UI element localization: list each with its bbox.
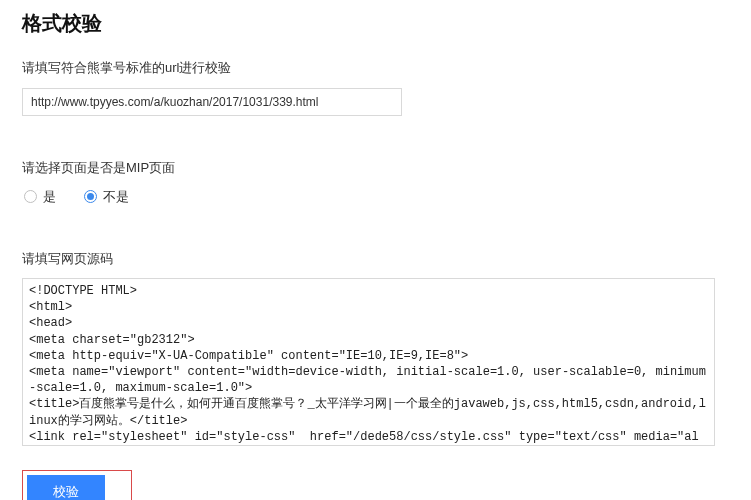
radio-option-no[interactable]: 不是 [84,187,129,207]
radio-circle-icon [84,190,97,203]
source-code-textarea[interactable] [22,278,715,446]
mip-radio-group: 是 不是 [24,187,729,207]
radio-option-yes[interactable]: 是 [24,187,56,207]
validate-button[interactable]: 校验 [27,475,105,501]
url-section-label: 请填写符合熊掌号标准的url进行校验 [22,58,729,78]
source-section-label: 请填写网页源码 [22,249,729,269]
page-title: 格式校验 [22,0,729,38]
radio-circle-icon [24,190,37,203]
mip-section-label: 请选择页面是否是MIP页面 [22,158,729,178]
url-input[interactable] [22,88,402,116]
submit-highlight-box: 校验 [22,470,132,501]
radio-label-no: 不是 [103,187,129,207]
radio-label-yes: 是 [43,187,56,207]
